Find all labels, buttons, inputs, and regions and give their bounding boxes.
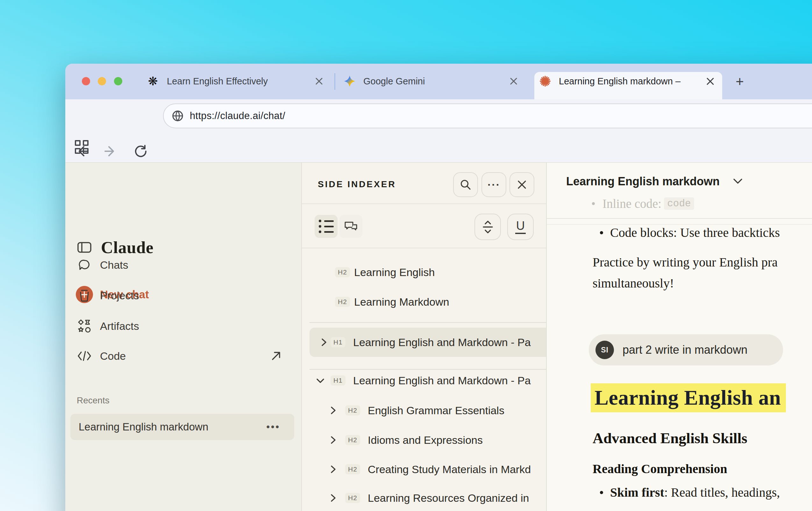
side-indexer-panel: SIDE INDEXER ··· xyxy=(302,163,547,511)
user-message-text: part 2 write in markdown xyxy=(622,343,747,357)
highlighted-h1-heading: Learning English an xyxy=(591,386,786,410)
conversation-title[interactable]: Learning English markdown xyxy=(566,175,720,188)
maximize-window-button[interactable] xyxy=(114,77,122,85)
tab-separator xyxy=(335,73,335,90)
index-item-h2[interactable]: H2 Learning Markdown xyxy=(302,287,546,317)
h2-heading: Advanced English Skills xyxy=(592,429,747,447)
sidebar-item-chats[interactable]: Chats xyxy=(65,254,301,276)
tab-close-icon[interactable] xyxy=(703,74,717,88)
claude-page: Claude + New chat Chats xyxy=(65,162,812,511)
chat-content-panel: Learning English markdown Inline code: c… xyxy=(547,163,812,511)
code-icon xyxy=(77,351,92,361)
divider xyxy=(310,322,547,323)
chevron-down-icon[interactable] xyxy=(733,178,743,185)
index-item-h1-selected[interactable]: H1 Learning English and Markdown - Pa xyxy=(310,328,547,357)
close-window-button[interactable] xyxy=(82,77,90,85)
artifacts-icon xyxy=(77,319,92,333)
inline-code-chip: code xyxy=(664,198,694,210)
index-item-h2-child[interactable]: H2 Idioms and Expressions xyxy=(302,425,546,455)
minimize-window-button[interactable] xyxy=(98,77,106,85)
user-message-bubble: SI part 2 write in markdown xyxy=(589,334,783,365)
search-button[interactable] xyxy=(453,172,478,197)
claude-icon xyxy=(540,76,551,87)
sidebar-item-projects[interactable]: Projects xyxy=(65,284,301,307)
index-item-h2-child[interactable]: H2 English Grammar Essentials xyxy=(302,396,546,425)
chat-bubble-icon xyxy=(77,259,92,271)
chevron-right-icon[interactable] xyxy=(329,435,337,445)
tab-learn-english[interactable]: Learn English Effectively xyxy=(167,76,268,87)
tab-close-icon[interactable] xyxy=(312,74,326,88)
h3-heading: Reading Comprehension xyxy=(592,461,727,476)
claude-sidebar: Claude + New chat Chats xyxy=(65,163,302,511)
globe-icon xyxy=(172,110,183,122)
browser-window: ❋ Learn English Effectively Google Gemin… xyxy=(65,64,812,511)
panel-title: SIDE INDEXER xyxy=(318,179,396,189)
assistant-paragraph: Practice by writing your English pra sim… xyxy=(592,252,778,294)
index-item-h2-child[interactable]: H2 Creating Study Materials in Markd xyxy=(302,455,546,484)
sidebar-item-code[interactable]: Code xyxy=(65,345,301,367)
divider xyxy=(302,204,546,204)
sidebar-toggle-icon[interactable] xyxy=(77,242,91,253)
list-icon xyxy=(319,220,334,233)
bullet-code-blocks: Code blocks: Use three backticks xyxy=(600,225,780,240)
url-text[interactable]: https://claude.ai/chat/ xyxy=(190,110,285,122)
chevron-down-icon[interactable] xyxy=(316,377,325,384)
sidebar-item-artifacts[interactable]: Artifacts xyxy=(65,315,301,337)
desktop-background: ❋ Learn English Effectively Google Gemin… xyxy=(0,0,812,511)
close-panel-button[interactable] xyxy=(510,172,534,197)
chevron-right-icon[interactable] xyxy=(329,465,337,474)
chat-view-toggle[interactable] xyxy=(340,215,362,238)
list-view-toggle[interactable] xyxy=(315,215,338,238)
divider xyxy=(302,248,546,248)
underline-icon: U xyxy=(515,220,526,234)
index-item-h1-expanded[interactable]: H1 Learning English and Markdown - Pa xyxy=(302,366,546,395)
underline-highlight-button[interactable]: U xyxy=(507,214,534,240)
tab-learning-english-markdown[interactable]: Learning English markdown – xyxy=(559,76,680,87)
chevron-right-icon[interactable] xyxy=(329,406,337,415)
tab-close-icon[interactable] xyxy=(506,74,521,88)
more-button[interactable]: ··· xyxy=(482,172,506,197)
reload-icon[interactable] xyxy=(133,143,149,159)
more-options-icon[interactable]: ••• xyxy=(266,422,280,432)
forward-icon[interactable] xyxy=(103,143,119,159)
chat-bubbles-icon xyxy=(344,220,358,233)
external-link-icon xyxy=(271,351,282,361)
user-avatar[interactable]: SI xyxy=(596,341,614,359)
chatgpt-icon: ❋ xyxy=(147,76,158,87)
recent-chat-item[interactable]: Learning English markdown ••• xyxy=(70,414,294,440)
chevron-right-icon[interactable] xyxy=(329,493,337,502)
bullet-dot xyxy=(592,202,595,205)
chevron-right-icon[interactable] xyxy=(320,338,328,347)
recents-heading: Recents xyxy=(77,395,110,405)
bullet-dot xyxy=(600,231,603,234)
tab-groups-grid-icon[interactable] xyxy=(75,140,90,155)
divider xyxy=(547,218,812,219)
index-item-h2-child[interactable]: H2 Learning Resources Organized in xyxy=(302,483,546,511)
divider xyxy=(547,224,812,225)
gemini-icon xyxy=(344,76,355,87)
url-bar[interactable]: https://claude.ai/chat/ xyxy=(163,103,812,128)
bullet-skim-first: Skim first: Read titles, headings, xyxy=(600,485,780,500)
bullet-dot xyxy=(600,491,603,494)
tab-google-gemini[interactable]: Google Gemini xyxy=(363,76,425,87)
tab-strip: ❋ Learn English Effectively Google Gemin… xyxy=(65,64,812,99)
expand-collapse-all-button[interactable] xyxy=(474,214,501,240)
scrolled-faded-text: Inline code: code xyxy=(592,197,694,211)
new-tab-button[interactable]: + xyxy=(732,74,747,89)
index-item-h2[interactable]: H2 Learning English xyxy=(302,258,546,287)
projects-icon xyxy=(77,289,92,302)
browser-toolbar: https://claude.ai/chat/ xyxy=(65,99,812,162)
